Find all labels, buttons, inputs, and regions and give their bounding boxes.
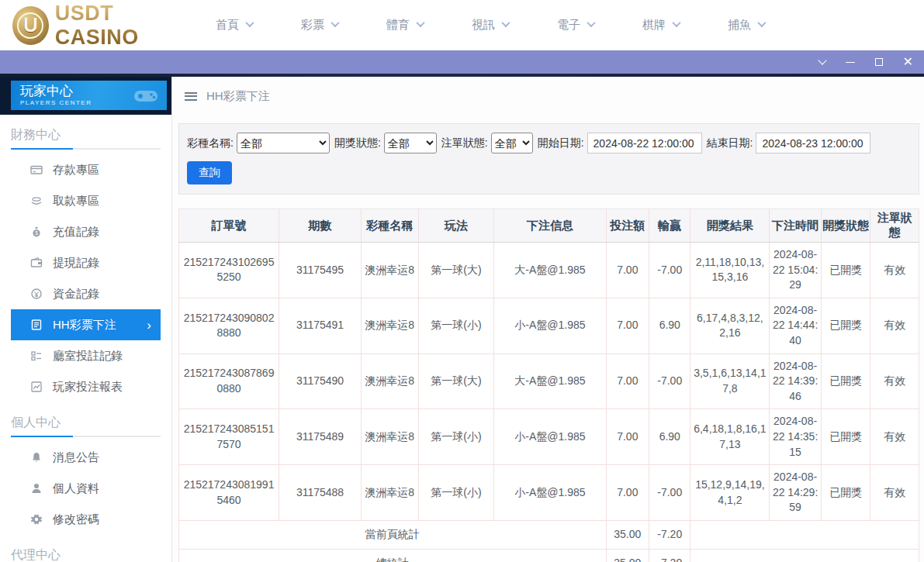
cell-play-type: 第一球(小) [418, 298, 494, 353]
table-row: 2152172430908028880 31175491 澳洲幸运8 第一球(小… [179, 298, 919, 353]
document-icon [29, 319, 43, 331]
sidebar-item-hh-lottery-bets[interactable]: HH彩票下注 › [11, 309, 161, 340]
window-titlebar[interactable]: ✕ [0, 50, 924, 74]
sidebar-item-fund-records[interactable]: 資金記錄 [0, 278, 171, 309]
report-chart-icon [29, 381, 43, 393]
order-status-label: 注單狀態: [441, 136, 488, 150]
page-summary-bet-total: 35.00 [606, 520, 649, 549]
page-title: HH彩票下注 [206, 89, 270, 104]
cell-bet-info: 大-A盤@1.985 [494, 243, 606, 298]
sidebar-item-announcements[interactable]: 消息公告 [0, 442, 171, 473]
cell-order-no: 2152172430908028880 [179, 298, 279, 353]
col-winloss: 輸贏 [649, 209, 690, 243]
nav-item-home[interactable]: 首頁 [216, 18, 253, 33]
nav-item-cards[interactable]: 棋牌 [642, 18, 680, 33]
sidebar: 玩家中心 PLAYERS CENTER 財務中心 [0, 77, 172, 562]
bets-table: 訂單號 期數 彩種名稱 玩法 下注信息 投注額 輸贏 開獎結果 下注時間 開獎狀… [178, 209, 919, 562]
grand-summary-row: 總統計 35.00 -7.20 [179, 549, 919, 562]
cell-draw-status: 已開獎 [821, 409, 870, 465]
order-status-select[interactable]: 全部 [491, 133, 533, 153]
bell-icon [29, 451, 43, 464]
lottery-name-select[interactable]: 全部 [237, 133, 330, 153]
sidebar-item-label: 充值記錄 [53, 225, 99, 240]
sidebar-item-label: 存款專區 [53, 163, 99, 178]
maximize-icon[interactable] [875, 50, 883, 74]
chevron-down-icon [330, 19, 339, 27]
cell-order-status: 有效 [870, 243, 919, 298]
cell-draw-result: 3,5,1,6,13,14,17,8 [690, 353, 770, 409]
sidebar-item-player-bet-report[interactable]: 玩家投注報表 [0, 371, 171, 402]
sidebar-item-profile[interactable]: 個人資料 [0, 473, 171, 504]
sidebar-item-label: 消息公告 [53, 450, 99, 465]
cell-winloss: -7.00 [649, 465, 690, 521]
grand-summary-label: 總統計 [179, 549, 607, 562]
sidebar-item-label: 修改密碼 [53, 512, 99, 527]
page-summary-label: 當前頁統計 [179, 520, 607, 549]
chevron-down-icon [501, 19, 510, 27]
sidebar-item-deposit[interactable]: 存款專區 [0, 154, 171, 185]
draw-status-select[interactable]: 全部 [384, 133, 437, 153]
sidebar-item-recharge-records[interactable]: $ 充值記錄 [0, 216, 171, 247]
main-content: HH彩票下注 彩種名稱: 全部 開獎狀態: 全部 注單狀態: 全部 [172, 77, 924, 562]
page-summary-winloss-total: -7.20 [649, 520, 690, 549]
site-nav: 首頁 彩票 體育 視訊 電子 棋牌 [216, 18, 813, 33]
table-row: 2152172430819915460 31175488 澳洲幸运8 第一球(小… [179, 465, 919, 521]
sidebar-item-label: 提現記錄 [53, 256, 99, 271]
cell-play-type: 第一球(大) [418, 243, 494, 298]
col-bet-info: 下注信息 [494, 209, 606, 243]
cell-period: 31175491 [279, 298, 362, 353]
cell-period: 31175495 [279, 243, 362, 298]
breadcrumb: HH彩票下注 [178, 77, 919, 116]
cell-draw-status: 已開獎 [821, 298, 870, 353]
start-date-input[interactable] [587, 133, 702, 153]
table-row: 2152172430851517570 31175489 澳洲幸运8 第一球(小… [179, 409, 919, 465]
cell-order-no: 2152172431026955250 [179, 243, 279, 298]
titlebar-chevron-down-icon[interactable] [819, 50, 825, 74]
gear-icon [29, 513, 43, 526]
players-center-subtitle: PLAYERS CENTER [20, 99, 92, 106]
chevron-down-icon [245, 19, 254, 27]
cell-bet-amount: 7.00 [606, 409, 649, 465]
sidebar-item-label: 玩家投注報表 [53, 380, 123, 395]
brand-logo-icon: U [12, 6, 49, 45]
cell-draw-result: 6,17,4,8,3,12,2,16 [690, 298, 770, 353]
cell-bet-info: 大-A盤@1.985 [494, 353, 606, 409]
cell-bet-info: 小-A盤@1.985 [494, 409, 606, 465]
cell-period: 31175489 [279, 409, 362, 465]
lottery-name-label: 彩種名稱: [187, 136, 234, 150]
cell-winloss: 6.90 [649, 298, 690, 353]
nav-label: 首頁 [216, 18, 239, 33]
col-bet-amount: 投注額 [606, 209, 649, 243]
nav-label: 體育 [386, 18, 410, 33]
hamburger-menu-icon[interactable] [185, 92, 197, 101]
page-summary-empty [690, 520, 919, 549]
chevron-down-icon [672, 19, 680, 27]
nav-item-fishing[interactable]: 捕魚 [728, 18, 765, 33]
col-order-status: 注單狀態 [870, 209, 919, 243]
close-icon[interactable]: ✕ [903, 50, 913, 74]
sidebar-item-withdrawal-records[interactable]: 提現記錄 [0, 247, 171, 278]
nav-item-sports[interactable]: 體育 [386, 18, 424, 33]
col-draw-status: 開獎狀態 [821, 209, 870, 243]
nav-item-slots[interactable]: 電子 [557, 18, 594, 33]
end-date-input[interactable] [756, 133, 870, 153]
sidebar-item-withdraw[interactable]: 取款專區 [0, 185, 171, 216]
cell-order-status: 有效 [870, 465, 919, 521]
chevron-down-icon [416, 19, 424, 27]
nav-item-lottery[interactable]: 彩票 [301, 18, 338, 33]
nav-item-live[interactable]: 視訊 [472, 18, 509, 33]
chevron-down-icon [587, 19, 595, 27]
sidebar-item-change-password[interactable]: 修改密碼 [0, 504, 171, 535]
cell-winloss: -7.00 [649, 353, 690, 409]
cell-lottery-name: 澳洲幸运8 [361, 298, 418, 353]
cell-order-no: 2152172430851517570 [179, 409, 279, 465]
top-brand-bar: U USDT CASINO 首頁 彩票 體育 視訊 電子 [0, 0, 924, 50]
sidebar-item-label: 資金記錄 [53, 287, 99, 302]
minimize-icon[interactable] [846, 50, 855, 74]
sidebar-item-room-bet-records[interactable]: 廳室投註記錄 [0, 340, 171, 371]
cell-order-status: 有效 [870, 298, 919, 353]
section-heading-personal: 個人中心 [0, 402, 171, 436]
table-row: 2152172431026955250 31175495 澳洲幸运8 第一球(大… [179, 243, 919, 298]
brand-logo[interactable]: U USDT CASINO [0, 2, 194, 50]
search-button[interactable]: 查詢 [187, 161, 232, 184]
